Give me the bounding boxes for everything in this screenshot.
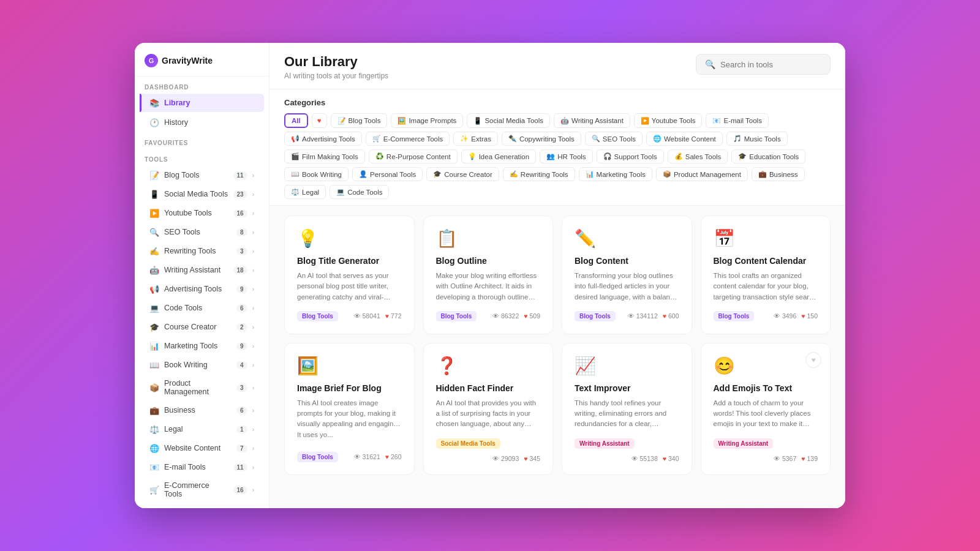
cat-tag-copywriting[interactable]: ✒️Copywriting Tools — [502, 132, 581, 146]
tool-card-blog-title-gen[interactable]: 💡 Blog Title Generator An AI tool that s… — [284, 216, 415, 334]
sidebar-item-website-content[interactable]: 🌐 Website Content 7 › — [140, 439, 264, 457]
categories-title: Categories — [284, 98, 831, 107]
sidebar-item-marketing[interactable]: 📊 Marketing Tools 9 › — [140, 337, 264, 355]
sidebar-item-youtube[interactable]: ▶️ Youtube Tools 16 › — [140, 204, 264, 222]
sidebar-item-legal[interactable]: ⚖️ Legal 1 › — [140, 420, 264, 438]
tool-likes-blog-outline: ♥ 509 — [524, 312, 540, 320]
email-badge: 11 — [233, 463, 247, 471]
sidebar-item-seo[interactable]: 🔍 SEO Tools 8 › — [140, 223, 264, 241]
cat-label-course: Course Creator — [444, 171, 492, 178]
cat-tag-rewriting[interactable]: ✍️Rewriting Tools — [503, 167, 575, 181]
search-input[interactable] — [720, 60, 821, 69]
cat-tag-idea[interactable]: 💡Idea Generation — [461, 149, 536, 163]
cat-tag-blog[interactable]: 📝Blog Tools — [331, 113, 388, 128]
sidebar-item-copywriting[interactable]: ✒️ Copywriting Tools 17 › — [140, 503, 264, 508]
blog-tools-icon: 📝 — [149, 170, 159, 180]
cat-label-product-mgmt: Product Management — [674, 171, 741, 178]
cat-icon-book: 📖 — [291, 170, 300, 178]
tool-title-blog-content: Blog Content — [575, 256, 679, 266]
sidebar-item-rewriting[interactable]: ✍️ Rewriting Tools 3 › — [140, 242, 264, 260]
eye-icon: 👁 — [628, 312, 635, 320]
tool-views-blog-outline: 👁 86322 — [492, 312, 519, 320]
cat-tag-extras[interactable]: ✨Extras — [453, 132, 498, 146]
cat-icon-support: 🎧 — [603, 152, 612, 160]
cat-icon-email: 📧 — [712, 117, 721, 125]
tool-likes-blog-calendar: ♥ 150 — [801, 312, 818, 320]
cat-tag-book[interactable]: 📖Book Writing — [284, 167, 349, 181]
cat-icon-personal: 👤 — [359, 170, 368, 178]
youtube-badge: 16 — [233, 209, 247, 217]
sidebar-item-ecommerce[interactable]: 🛒 E-Commerce Tools 16 › — [140, 477, 264, 503]
chevron-icon: › — [252, 286, 254, 293]
cat-tag-education[interactable]: 🎓Education Tools — [731, 149, 805, 163]
fav-button-add-emojis[interactable]: ♥ — [805, 352, 821, 368]
tool-card-add-emojis[interactable]: ♥ 😊 Add Emojis To Text Add a touch of ch… — [701, 343, 831, 475]
cat-label-writing-assistant: Writing Assistant — [571, 117, 624, 124]
sidebar-item-advertising[interactable]: 📢 Advertising Tools 9 › — [140, 280, 264, 298]
sidebar-item-history[interactable]: 🕐 History — [140, 113, 264, 132]
eye-icon: 👁 — [354, 453, 361, 460]
youtube-label: Youtube Tools — [164, 209, 228, 217]
sidebar-item-library[interactable]: 📚 Library — [140, 94, 264, 112]
cat-tag-youtube[interactable]: ▶️Youtube Tools — [634, 113, 703, 128]
cat-tag-sales[interactable]: 💰Sales Tools — [668, 149, 728, 163]
tool-card-image-brief[interactable]: 🖼️ Image Brief For Blog This AI tool cre… — [284, 343, 415, 475]
sidebar-item-course-creator[interactable]: 🎓 Course Creator 2 › — [140, 318, 264, 336]
cat-tag-code[interactable]: 💻Code Tools — [330, 185, 389, 199]
tool-badge-blog-title-gen: Blog Tools — [297, 311, 338, 321]
cat-tag-music[interactable]: 🎵Music Tools — [726, 132, 788, 146]
sidebar-item-book-writing[interactable]: 📖 Book Writing 4 › — [140, 356, 264, 374]
cat-tag-support[interactable]: 🎧Support Tools — [597, 149, 664, 163]
cat-icon-youtube: ▶️ — [641, 117, 649, 125]
cat-tag-advertising[interactable]: 📢Advertising Tools — [284, 132, 362, 146]
tool-card-blog-outline[interactable]: 📋 Blog Outline Make your blog writing ef… — [423, 216, 554, 334]
code-icon: 💻 — [149, 303, 159, 313]
advertising-icon: 📢 — [149, 284, 159, 294]
cat-label-rewriting: Rewriting Tools — [521, 171, 568, 178]
heart-icon: ♥ — [663, 455, 666, 462]
seo-icon: 🔍 — [149, 227, 159, 237]
sidebar-item-writing-assistant[interactable]: 🤖 Writing Assistant 18 › — [140, 261, 264, 279]
legal-icon: ⚖️ — [149, 424, 159, 434]
cat-icon-sales: 💰 — [674, 152, 683, 160]
cat-tag-personal[interactable]: 👤Personal Tools — [352, 167, 423, 181]
cat-tag-writing-assistant[interactable]: 🤖Writing Assistant — [554, 113, 630, 128]
tool-desc-blog-calendar: This tool crafts an organized content ca… — [714, 271, 818, 302]
cat-tag-all[interactable]: All — [284, 113, 308, 128]
cat-icon-marketing: 📊 — [586, 170, 594, 178]
sidebar-item-blog-tools[interactable]: 📝 Blog Tools 11 › — [140, 166, 264, 184]
sidebar-item-product-mgmt[interactable]: 📦 Product Management 3 › — [140, 375, 264, 400]
tool-card-blog-content[interactable]: ✏️ Blog Content Transforming your blog o… — [562, 216, 692, 334]
cat-tag-image-prompts[interactable]: 🖼️Image Prompts — [391, 113, 463, 128]
cat-tag-marketing[interactable]: 📊Marketing Tools — [579, 167, 652, 181]
cat-tag-website-content[interactable]: 🌐Website Content — [646, 132, 723, 146]
tool-title-add-emojis: Add Emojis To Text — [714, 383, 818, 393]
cat-tag-fav[interactable]: ♥ — [312, 113, 327, 128]
cat-icon-ecommerce: 🛒 — [372, 135, 381, 143]
cat-tag-business[interactable]: 💼Business — [752, 167, 805, 181]
cat-tag-film[interactable]: 🎬Film Making Tools — [284, 149, 365, 163]
cat-label-hr: HR Tools — [557, 153, 586, 160]
cat-icon-legal: ⚖️ — [291, 188, 300, 196]
tool-card-blog-calendar[interactable]: 📅 Blog Content Calendar This tool crafts… — [701, 216, 831, 334]
cat-tag-repurpose[interactable]: ♻️Re-Purpose Content — [369, 149, 458, 163]
sidebar-item-email[interactable]: 📧 E-mail Tools 11 › — [140, 458, 264, 476]
cat-tag-course[interactable]: 🎓Course Creator — [426, 167, 499, 181]
search-box[interactable]: 🔍 — [696, 54, 831, 75]
cat-tag-product-mgmt[interactable]: 📦Product Management — [656, 167, 748, 181]
social-media-label: Social Media Tools — [164, 190, 228, 198]
sidebar-item-code[interactable]: 💻 Code Tools 6 › — [140, 299, 264, 317]
cat-tag-social-media[interactable]: 📱Social Media Tools — [467, 113, 550, 128]
cat-tag-seo[interactable]: 🔍SEO Tools — [585, 132, 643, 146]
categories-section: Categories All♥📝Blog Tools🖼️Image Prompt… — [270, 89, 845, 206]
sidebar-item-business[interactable]: 💼 Business 6 › — [140, 401, 264, 419]
cat-tag-email[interactable]: 📧E-mail Tools — [706, 113, 768, 128]
sidebar-item-social-media[interactable]: 📱 Social Media Tools 23 › — [140, 185, 264, 203]
tool-card-hidden-fact[interactable]: ❓ Hidden Fact Finder An AI tool that pro… — [423, 343, 554, 475]
heart-icon: ♥ — [385, 453, 389, 460]
cat-tag-ecommerce[interactable]: 🛒E-Commerce Tools — [366, 132, 450, 146]
youtube-icon: ▶️ — [149, 208, 159, 218]
cat-tag-legal[interactable]: ⚖️Legal — [284, 185, 326, 199]
tool-card-text-improver[interactable]: 📈 Text Improver This handy tool refines … — [562, 343, 692, 475]
cat-tag-hr[interactable]: 👥HR Tools — [540, 149, 592, 163]
